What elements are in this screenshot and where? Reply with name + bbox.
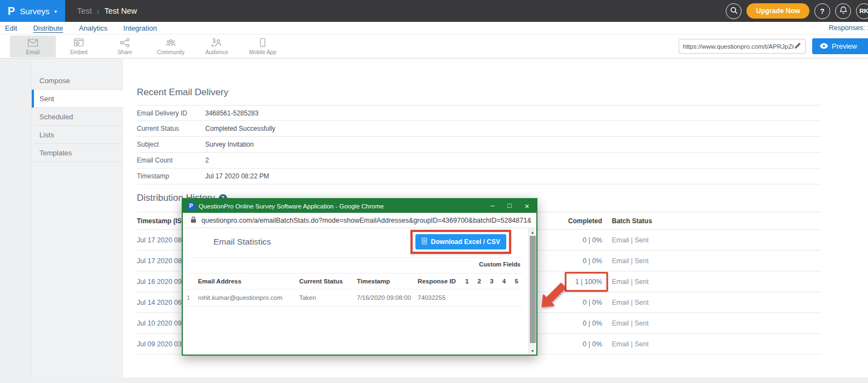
toolbar-item-label: Share — [118, 49, 132, 55]
recent-delivery-title: Recent Email Delivery — [137, 87, 868, 98]
popup-titlebar[interactable]: P QuestionPro Online Survey Software App… — [183, 199, 536, 213]
minimize-button[interactable]: – — [490, 202, 494, 210]
toolbar-item-share[interactable]: Share — [102, 36, 148, 57]
survey-url-input[interactable] — [683, 43, 794, 50]
batch-status-cell: Email | Sent — [612, 340, 649, 348]
tab-distribute[interactable]: Distribute — [33, 24, 63, 32]
field-label: Current Status — [137, 125, 205, 132]
close-button[interactable]: × — [525, 202, 529, 210]
popup-scrollbar[interactable]: ▲ ▼ — [528, 228, 536, 355]
scrollbar-thumb[interactable] — [530, 236, 536, 343]
popup-divider — [190, 257, 524, 258]
download-button-label: Download Excel / CSV — [431, 238, 500, 246]
surveys-menu[interactable]: P Surveys ▾ — [0, 0, 65, 22]
email-stats-row: 1rohit.kumar@questionpro.comTaken7/16/20… — [187, 289, 523, 306]
annotation-rect-completed: 1 | 100% — [565, 272, 608, 292]
toolbar-items: EmailEmbedShareCommunity$AudienceMobile … — [10, 36, 286, 57]
tab-integration[interactable]: Integration — [123, 24, 157, 32]
sidebar-item-templates[interactable]: Templates — [32, 144, 123, 162]
popup-header-custom-field-4: 4 — [498, 278, 511, 285]
field-value: Survey Invitation — [205, 141, 254, 148]
toolbar-item-embed[interactable]: Embed — [56, 36, 102, 57]
toolbar-item-email[interactable]: Email — [10, 36, 56, 57]
embed-icon — [73, 37, 85, 48]
timestamp-cell: 7/16/2020 09:08:00 — [357, 294, 418, 301]
notifications-button[interactable] — [835, 3, 851, 19]
navbar-actions: Upgrade Now ? RK — [726, 3, 868, 19]
row-index: 1 — [187, 294, 198, 301]
custom-fields-label: Custom Fields — [183, 261, 520, 268]
toolbar-item-audience[interactable]: $Audience — [194, 36, 240, 57]
email-stats-table-header: Email AddressCurrent StatusTimestampResp… — [187, 273, 523, 289]
sidebar-item-sent[interactable]: Sent — [32, 90, 123, 108]
question-mark-icon: ? — [820, 7, 825, 15]
completed-value: 0 | 0% — [583, 299, 602, 306]
edit-url-button[interactable] — [794, 42, 801, 51]
popup-header-row: Email Statistics Download Excel / CSV — [213, 230, 511, 254]
breadcrumb-parent[interactable]: Test — [77, 7, 92, 15]
completed-value: 0 | 0% — [583, 320, 602, 327]
batch-status-cell: Email | Sent — [612, 236, 649, 244]
excel-file-icon — [421, 237, 427, 246]
batch-status-cell: Email | Sent — [612, 320, 649, 327]
scroll-up-icon[interactable]: ▲ — [529, 228, 536, 236]
toolbar-item-label: Email — [26, 49, 39, 55]
tab-edit[interactable]: Edit — [5, 24, 17, 32]
lock-icon — [190, 216, 196, 225]
completed-value: 0 | 0% — [583, 257, 602, 265]
popup-header-custom-field-1: 1 — [461, 278, 473, 285]
maximize-button[interactable]: □ — [507, 202, 512, 210]
preview-button[interactable]: Preview — [812, 38, 868, 54]
questionpro-favicon: P — [187, 202, 195, 210]
toolbar-item-community[interactable]: Community — [148, 36, 194, 57]
popup-header-timestamp: Timestamp — [357, 278, 418, 285]
user-avatar[interactable]: RK — [856, 3, 868, 19]
field-value: Jul 17 2020 08:22 PM — [205, 172, 269, 180]
field-value: Completed Successfully — [205, 125, 275, 132]
svg-text:$: $ — [213, 38, 216, 44]
field-label: Subject — [137, 141, 205, 148]
popup-urlbar: questionpro.com/a/emailBatchStats.do?mod… — [183, 213, 536, 228]
responses-count[interactable]: Responses: 1 — [829, 24, 868, 32]
sidebar-item-scheduled[interactable]: Scheduled — [32, 108, 123, 126]
current-status-cell: Taken — [299, 294, 357, 301]
top-navbar: P Surveys ▾ Test › Test New Upgrade Now … — [0, 0, 868, 22]
download-excel-csv-button[interactable]: Download Excel / CSV — [415, 234, 506, 249]
breadcrumb: Test › Test New — [77, 7, 137, 16]
popup-header-response-id: Response ID — [418, 278, 461, 285]
response-id-cell: 74032255 — [418, 294, 461, 301]
section-tabs: EditDistributeAnalyticsIntegration Respo… — [0, 22, 868, 34]
email-icon — [27, 37, 39, 48]
annotation-arrow — [540, 277, 568, 309]
share-icon — [119, 37, 131, 48]
preview-button-label: Preview — [832, 42, 857, 50]
distribute-toolbar: EmailEmbedShareCommunity$AudienceMobile … — [0, 34, 868, 59]
bell-icon — [840, 6, 847, 16]
email-statistics-heading: Email Statistics — [213, 237, 271, 247]
help-button[interactable]: ? — [814, 3, 830, 19]
field-label: Email Count — [137, 156, 205, 164]
email-stats-table: Email AddressCurrent StatusTimestampResp… — [183, 273, 523, 306]
scroll-down-icon[interactable]: ▼ — [529, 347, 536, 355]
page-left-margin — [0, 59, 31, 378]
popup-header-custom-field-5: 5 — [510, 278, 523, 285]
info-row-current-status: Current StatusCompleted Successfully — [137, 121, 821, 137]
field-value: 2 — [205, 156, 209, 164]
community-icon — [165, 37, 177, 48]
sidebar-item-lists[interactable]: Lists — [32, 126, 123, 144]
caret-down-icon: ▾ — [55, 9, 57, 14]
sidebar-item-compose[interactable]: Compose — [32, 72, 123, 90]
email-sidebar: ComposeSentScheduledListsTemplates — [31, 59, 123, 378]
tab-analytics[interactable]: Analytics — [79, 24, 107, 32]
email-address-cell: rohit.kumar@questionpro.com — [198, 294, 299, 301]
recent-delivery-table: Email Delivery ID3468561-5285283Current … — [137, 105, 821, 184]
upgrade-now-button[interactable]: Upgrade Now — [747, 3, 809, 19]
info-row-timestamp: TimestampJul 17 2020 08:22 PM — [137, 169, 821, 184]
breadcrumb-current: Test New — [105, 7, 137, 15]
audience-icon: $ — [211, 37, 223, 48]
info-row-email-count: Email Count2 — [137, 153, 821, 169]
search-button[interactable] — [726, 3, 742, 19]
toolbar-item-mobile-app[interactable]: Mobile App — [240, 36, 286, 57]
popup-header-custom-field-2: 2 — [473, 278, 485, 285]
popup-url-text[interactable]: questionpro.com/a/emailBatchStats.do?mod… — [201, 217, 531, 224]
